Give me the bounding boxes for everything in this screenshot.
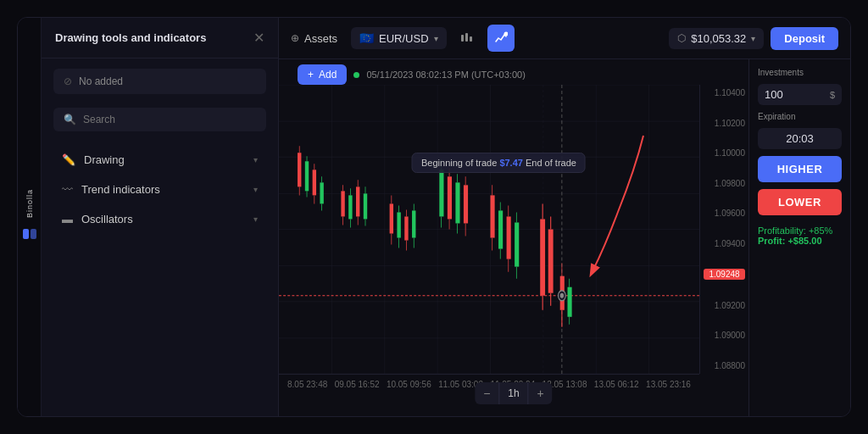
price-level-5: 1.09600	[704, 209, 745, 218]
chevron-down-icon: ▾	[253, 185, 258, 194]
status-dot	[353, 72, 359, 78]
balance-icon: ⬡	[677, 32, 686, 44]
dropdown-arrow-icon: ▾	[434, 34, 438, 43]
investments-input[interactable]	[758, 84, 830, 105]
svg-rect-75	[498, 210, 503, 248]
zoom-controls: − 1h +	[475, 382, 552, 404]
svg-rect-51	[397, 212, 400, 237]
add-button[interactable]: + Add	[298, 64, 347, 85]
chevron-down-icon: ▾	[253, 214, 258, 224]
time-label-7: 13.05 06:12	[594, 380, 639, 389]
svg-rect-87	[548, 230, 554, 293]
sidebar-title: Drawing tools and indicators	[55, 31, 206, 44]
svg-rect-39	[348, 195, 352, 219]
menu-section: ✏️ Drawing ▾ 〰 Trend indicators ▾ ▬ Osci…	[42, 142, 278, 237]
svg-rect-84	[540, 219, 545, 295]
trend-icon: 〰	[62, 183, 73, 196]
no-added-badge: ⊘ No added	[53, 69, 266, 94]
time-label-3: 10.05 09:56	[387, 380, 431, 389]
toolbar: ⊕ Assets 🇪🇺 EUR/USD ▾	[279, 18, 850, 59]
search-box[interactable]: 🔍	[53, 108, 266, 131]
svg-point-97	[560, 293, 564, 298]
investments-label: Investments	[758, 68, 842, 77]
chart-container: + Add 05/11/2023 08:02:13 PM (UTC+03:00)	[279, 59, 850, 416]
time-label-1: 8.05 23:48	[287, 380, 327, 389]
svg-rect-69	[464, 185, 468, 223]
sidebar-item-oscillators[interactable]: ▬ Oscillators ▾	[48, 204, 271, 234]
svg-rect-42	[356, 186, 359, 216]
chart-type-button[interactable]	[453, 25, 481, 52]
price-level-3: 1.10000	[704, 148, 745, 158]
price-level-10: 1.08800	[704, 361, 745, 370]
price-level-6: 1.09400	[704, 239, 745, 248]
expiration-value: 20:03	[758, 128, 842, 149]
svg-rect-72	[491, 195, 495, 237]
svg-rect-78	[507, 216, 511, 259]
deposit-button[interactable]: Deposit	[771, 27, 838, 50]
svg-rect-57	[412, 210, 415, 237]
brand-name: Binolla	[25, 189, 34, 218]
svg-rect-1	[31, 229, 36, 239]
no-added-text: No added	[79, 75, 123, 87]
price-level-4: 1.09800	[704, 179, 745, 188]
zoom-out-button[interactable]: −	[475, 382, 498, 404]
zoom-in-button[interactable]: +	[529, 382, 553, 404]
price-level-9: 1.09000	[704, 331, 745, 340]
lower-button[interactable]: LOWER	[758, 189, 842, 215]
chart-date: 05/11/2023 08:02:13 PM (UTC+03:00)	[366, 70, 525, 80]
higher-button[interactable]: HIGHER	[758, 156, 842, 182]
balance-amount: $10,053.32	[691, 32, 746, 45]
zoom-level-label: 1h	[498, 382, 528, 404]
time-label-2: 09.05 16:52	[335, 380, 380, 389]
assets-arrow-icon: ⊕	[291, 32, 299, 44]
brand-logo	[21, 225, 38, 245]
indicators-button[interactable]	[487, 25, 515, 52]
current-price-label: 1.09248	[704, 269, 745, 280]
no-added-icon: ⊘	[64, 75, 72, 87]
svg-rect-27	[305, 161, 309, 191]
svg-rect-81	[515, 222, 519, 266]
plus-icon: +	[308, 69, 314, 81]
svg-rect-45	[364, 193, 367, 219]
svg-rect-4	[470, 36, 472, 42]
balance-dropdown-icon: ▾	[751, 34, 755, 43]
profit-amount-label: Profit: +$85.00	[758, 236, 842, 246]
time-label-8: 13.05 23:16	[646, 380, 691, 389]
drawing-icon: ✏️	[62, 153, 75, 166]
flag-icon: 🇪🇺	[359, 31, 374, 45]
sidebar-header: Drawing tools and indicators ✕	[42, 18, 278, 58]
oscillators-label: Oscillators	[81, 213, 133, 225]
sidebar-item-drawing[interactable]: ✏️ Drawing ▾	[48, 145, 271, 175]
investments-currency: $	[830, 90, 842, 100]
trading-panel: Investments $ Expiration 20:03 HIGHER LO…	[748, 59, 850, 416]
oscillators-icon: ▬	[62, 213, 73, 225]
expiration-label: Expiration	[758, 112, 842, 121]
price-level-1: 1.10400	[704, 88, 745, 97]
close-button[interactable]: ✕	[253, 30, 264, 46]
trend-label: Trend indicators	[81, 183, 160, 196]
investments-input-row: $	[758, 84, 842, 105]
profitability-label: Profitability: +85%	[758, 225, 842, 236]
sidebar-item-trend-indicators[interactable]: 〰 Trend indicators ▾	[48, 175, 271, 204]
chart-svg	[279, 85, 702, 374]
currency-name: EUR/USD	[379, 32, 429, 45]
price-axis: 1.10400 1.10200 1.10000 1.09800 1.09600 …	[699, 85, 748, 374]
drawing-label: Drawing	[84, 153, 125, 166]
svg-rect-2	[461, 35, 464, 42]
search-input[interactable]	[83, 114, 256, 125]
svg-rect-60	[439, 170, 443, 216]
assets-section: ⊕ Assets	[291, 32, 337, 45]
assets-label[interactable]: Assets	[304, 32, 337, 45]
svg-rect-3	[465, 33, 468, 42]
sidebar: Drawing tools and indicators ✕ ⊘ No adde…	[42, 18, 279, 416]
svg-rect-30	[313, 170, 316, 195]
search-icon: 🔍	[64, 114, 76, 125]
svg-rect-36	[341, 191, 344, 216]
chart-area: + Add 05/11/2023 08:02:13 PM (UTC+03:00)	[279, 59, 748, 416]
svg-rect-93	[567, 287, 571, 317]
svg-rect-63	[448, 176, 452, 219]
brand-bar: Binolla	[18, 18, 42, 416]
currency-selector[interactable]: 🇪🇺 EUR/USD ▾	[351, 27, 447, 49]
balance-section[interactable]: ⬡ $10,053.32 ▾	[669, 28, 764, 49]
svg-rect-66	[455, 182, 459, 223]
